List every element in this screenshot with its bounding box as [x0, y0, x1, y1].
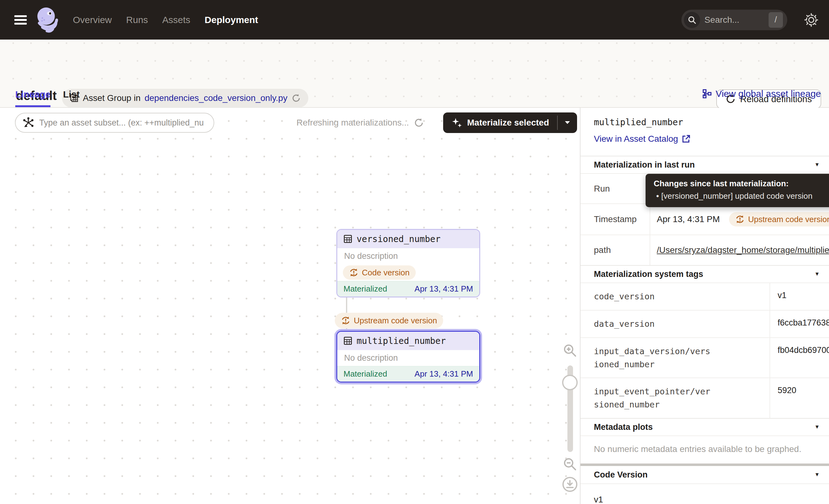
table-icon [344, 336, 352, 345]
edge-upstream-code-version-tag: Upstream code version [335, 313, 443, 328]
path-link[interactable]: /Users/sryza/dagster_home/storage/multip… [657, 245, 829, 255]
sidebar-asset-title: multiplied_number [594, 117, 683, 128]
tag-row: data_version f6ccba177638 [580, 310, 829, 337]
upstream-code-version-label: Upstream code version [748, 215, 829, 224]
path-row: path /Users/sryza/dagster_home/storage/m… [580, 235, 829, 265]
tag-key: input_event_pointer/versioned_number [580, 378, 770, 418]
tag-row: code_version v1 [580, 283, 829, 310]
asset-group-file-link[interactable]: dependencies_code_version_only.py [144, 93, 287, 103]
dagster-logo-icon[interactable] [36, 7, 59, 33]
lineage-graph-icon [702, 89, 712, 99]
tag-row: input_event_pointer/versioned_number 592… [580, 377, 829, 418]
tag-row: input_data_version/versioned_number fb04… [580, 337, 829, 378]
tag-value: v1 [770, 283, 829, 310]
page-header: default Asset Group in dependencies_code… [0, 40, 829, 108]
tag-key: data_version [580, 311, 770, 337]
sparkle-icon [451, 117, 463, 128]
chevron-down-icon[interactable]: ▼ [814, 424, 820, 430]
timestamp-label: Timestamp [580, 204, 650, 235]
chevron-down-icon[interactable]: ▼ [814, 472, 820, 478]
asset-group-prefix: Asset Group in [83, 93, 140, 103]
tag-value: 5920 [770, 378, 829, 418]
section-metadata-plots[interactable]: Metadata plots ▼ [580, 418, 829, 435]
edge-tag-label: Upstream code version [354, 316, 437, 325]
timestamp-value: Apr 13, 4:31 PM [657, 214, 720, 224]
materialize-selected-label: Materialize selected [467, 118, 549, 128]
materialized-timestamp: Apr 13, 4:31 PM [414, 369, 473, 379]
tag-key: code_version [580, 283, 770, 310]
nav-item-overview[interactable]: Overview [73, 15, 112, 25]
nav-item-deployment[interactable]: Deployment [205, 15, 258, 25]
table-icon [344, 235, 352, 243]
tag-value: f6ccba177638 [770, 311, 829, 337]
view-in-asset-catalog-label: View in Asset Catalog [594, 134, 678, 144]
changed-icon [341, 316, 350, 325]
tag-key: input_data_version/versioned_number [580, 338, 770, 378]
asset-node-multiplied-number[interactable]: multiplied_number No description Materia… [336, 331, 480, 383]
nav-item-assets[interactable]: Assets [162, 15, 190, 25]
asset-subset-icon [23, 117, 34, 129]
asset-node-description: No description [337, 350, 479, 366]
top-nav: Overview Runs Assets Deployment / [0, 0, 829, 40]
section-header-label: Materialization in last run [594, 160, 695, 170]
refreshing-status: Refreshing materializations... [296, 113, 424, 133]
upstream-code-version-tag: Upstream code version [729, 212, 829, 226]
tab-lineage[interactable]: Lineage [15, 89, 50, 107]
changed-icon [349, 268, 358, 277]
nav-links: Overview Runs Assets Deployment [73, 15, 258, 25]
tooltip-bullet-item: [versioned_number] updated code version [654, 191, 827, 201]
materialized-status: Materialized [344, 284, 387, 294]
view-global-asset-lineage-link[interactable]: View global asset lineage [702, 88, 821, 99]
changes-tooltip: Changes since last materialization: [ver… [646, 174, 829, 207]
path-label: path [580, 235, 650, 265]
asset-lineage-graph[interactable]: Refreshing materializations... Materiali… [0, 108, 580, 504]
section-header-label: Metadata plots [594, 422, 653, 432]
search-input[interactable] [705, 15, 768, 25]
asset-group-chip: Asset Group in dependencies_code_version… [62, 89, 308, 107]
section-materialization-system-tags[interactable]: Materialization system tags ▼ [580, 265, 829, 283]
tab-list[interactable]: List [63, 89, 79, 107]
asset-subset-filter[interactable] [15, 113, 214, 133]
code-version-tag: Code version [343, 265, 416, 280]
zoom-in-icon[interactable] [563, 343, 577, 358]
refreshing-label: Refreshing materializations... [296, 118, 409, 128]
search-icon [684, 12, 700, 28]
asset-node-description: No description [337, 248, 479, 264]
search-box[interactable]: / [681, 10, 787, 30]
code-version-value: v1 [580, 483, 829, 504]
search-shortcut-badge: / [768, 12, 783, 28]
tooltip-title: Changes since last materialization: [654, 179, 827, 188]
zoom-slider-handle[interactable] [562, 375, 578, 390]
changed-icon [735, 215, 745, 224]
view-tabs: Lineage List [15, 89, 80, 107]
view-in-asset-catalog-link[interactable]: View in Asset Catalog [594, 134, 690, 144]
asset-subset-input[interactable] [39, 118, 208, 128]
tag-value: fb04dcb69700 [770, 338, 829, 378]
zoom-out-icon[interactable] [563, 457, 577, 472]
section-materialization-in-last-run[interactable]: Materialization in last run ▼ [580, 156, 829, 173]
materialized-timestamp: Apr 13, 4:31 PM [414, 284, 473, 294]
materialize-selected-button[interactable]: Materialize selected [443, 112, 577, 133]
asset-details-sidebar: multiplied_number View in Asset Catalog … [580, 108, 829, 504]
code-version-tag-label: Code version [362, 268, 409, 278]
menu-icon[interactable] [14, 13, 27, 27]
asset-node-versioned-number[interactable]: versioned_number No description Code ver… [336, 229, 480, 297]
asset-node-title: versioned_number [357, 234, 441, 244]
materialized-status: Materialized [344, 369, 387, 379]
section-code-version[interactable]: Code Version ▼ [580, 466, 829, 483]
nav-item-runs[interactable]: Runs [126, 15, 148, 25]
chevron-down-icon[interactable]: ▼ [814, 271, 820, 277]
refresh-icon[interactable] [291, 94, 301, 103]
chevron-down-icon[interactable]: ▼ [814, 162, 820, 168]
refresh-materializations-icon[interactable] [414, 118, 424, 128]
asset-node-title: multiplied_number [357, 336, 446, 346]
materialize-dropdown-caret[interactable] [558, 112, 577, 133]
download-graph-icon[interactable] [563, 477, 577, 492]
gear-icon[interactable] [804, 13, 819, 27]
run-label: Run [580, 174, 650, 204]
external-link-icon [682, 135, 690, 143]
view-global-asset-lineage-label: View global asset lineage [716, 88, 821, 99]
section-header-label: Code Version [594, 470, 648, 480]
panel-splitter[interactable] [580, 464, 829, 466]
metadata-plots-empty-note: No numeric metadata entries available to… [580, 435, 829, 464]
